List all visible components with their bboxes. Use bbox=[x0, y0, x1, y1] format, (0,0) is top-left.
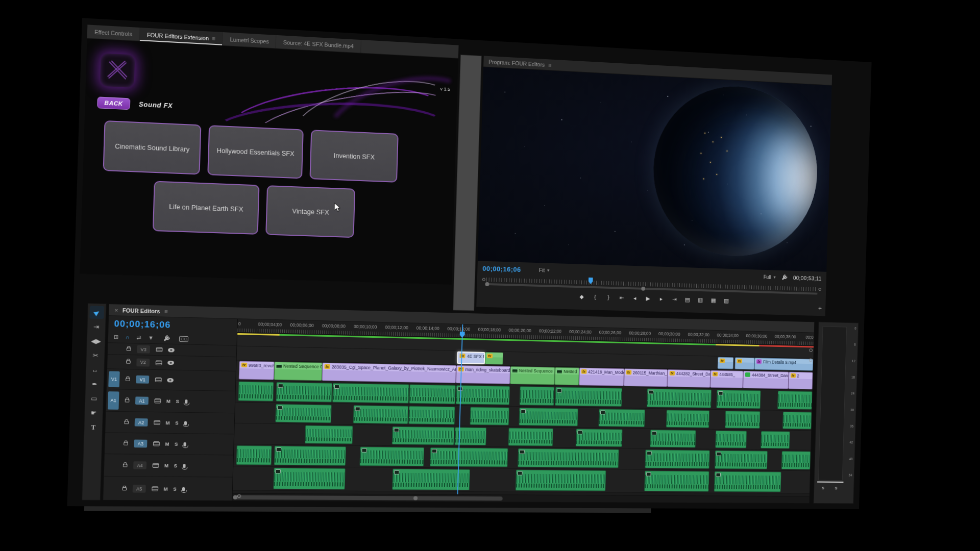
track-target-badge[interactable]: V1 bbox=[136, 375, 149, 384]
track-output-eye-icon[interactable] bbox=[167, 361, 174, 365]
sync-lock-icon[interactable] bbox=[153, 441, 160, 446]
sync-lock-icon[interactable] bbox=[154, 398, 161, 404]
audio-clip[interactable] bbox=[761, 431, 790, 449]
sfx-button-life-on-planet-earth-sfx[interactable]: Life on Planet Earth SFX bbox=[153, 181, 260, 234]
sync-lock-icon[interactable] bbox=[152, 486, 158, 491]
clip-nested-sequence[interactable]: Nested Sequence bbox=[510, 366, 555, 385]
audio-clip[interactable] bbox=[518, 448, 619, 468]
linked-selection-toggle[interactable]: ⇄ bbox=[136, 335, 141, 341]
track-lock-toggle[interactable] bbox=[118, 464, 132, 467]
track-target-badge[interactable]: V3 bbox=[137, 345, 150, 354]
track-target-a1[interactable]: A1 bbox=[134, 396, 151, 405]
pen-tool[interactable]: ✒ bbox=[87, 378, 102, 391]
audio-clip[interactable] bbox=[276, 382, 332, 403]
track-select-forward-tool[interactable]: ⇥ bbox=[89, 320, 104, 334]
clip-nested[interactable]: Nested bbox=[555, 367, 579, 386]
track-target-a3[interactable]: A3 bbox=[132, 440, 149, 448]
audio-clip[interactable] bbox=[519, 408, 578, 426]
sync-lock-icon[interactable] bbox=[154, 420, 160, 425]
track-lock-toggle[interactable] bbox=[120, 399, 134, 403]
timeline-tab-label[interactable]: FOUR Editors bbox=[122, 307, 160, 314]
clip-283035-cgi-space-planet-galaxy-by-piotrek-naumowicz-art[interactable]: fx283035_Cgi_Space_Planet_Galaxy_by_Piot… bbox=[322, 363, 456, 383]
track-lock-toggle[interactable] bbox=[121, 360, 135, 364]
solo-toggle[interactable]: S bbox=[176, 398, 179, 404]
audio-clip[interactable] bbox=[519, 386, 554, 406]
mute-toggle[interactable]: M bbox=[164, 486, 168, 491]
ripple-edit-tool[interactable]: ◀▶ bbox=[89, 335, 104, 348]
add-marker-button[interactable]: ▼ bbox=[148, 335, 154, 341]
track-row-a5[interactable] bbox=[233, 466, 810, 494]
solo-toggle[interactable]: S bbox=[174, 463, 178, 468]
comparison-view-button[interactable]: ▧ bbox=[723, 297, 729, 303]
track-target-a4[interactable]: A4 bbox=[132, 461, 149, 469]
source-patch-v1[interactable]: V1 bbox=[108, 371, 119, 387]
audio-clip[interactable] bbox=[275, 404, 331, 423]
insert-overwrite-sequence-toggle[interactable]: ⊞ bbox=[114, 335, 118, 340]
audio-clip[interactable] bbox=[409, 406, 455, 424]
track-lock-toggle[interactable] bbox=[120, 420, 133, 424]
mark-out-button[interactable]: } bbox=[605, 294, 611, 300]
scrollbar-handle[interactable] bbox=[233, 495, 502, 501]
audio-clip[interactable] bbox=[599, 409, 645, 427]
selection-tool[interactable]: ▶ bbox=[89, 306, 104, 319]
go-to-out-button[interactable]: ⇥ bbox=[671, 296, 677, 302]
clip-99583-revolv[interactable]: fx99583_revolv bbox=[238, 361, 275, 380]
audio-clip[interactable] bbox=[430, 447, 508, 467]
clip-260115-marthian-la[interactable]: fx260115_Marthian_la bbox=[624, 368, 668, 387]
clip-2[interactable]: fx2 bbox=[788, 372, 813, 390]
audio-clip[interactable] bbox=[456, 385, 510, 405]
audio-clip[interactable] bbox=[782, 412, 812, 430]
sync-lock-icon[interactable] bbox=[156, 360, 162, 365]
meter-solo-button[interactable]: S bbox=[822, 486, 824, 490]
snap-toggle[interactable]: ∩ bbox=[126, 335, 130, 340]
clip-film-details-9-mp4[interactable]: fxFilm Details 9.mp4 bbox=[754, 358, 814, 371]
audio-clip[interactable] bbox=[391, 427, 454, 445]
mark-in-button[interactable]: { bbox=[592, 294, 598, 299]
settings-wrench-icon[interactable] bbox=[781, 274, 788, 281]
voiceover-mic-icon[interactable] bbox=[183, 442, 186, 446]
audio-clip[interactable] bbox=[777, 391, 812, 410]
panel-menu-icon[interactable]: ≡ bbox=[164, 308, 168, 315]
track-lock-toggle[interactable] bbox=[121, 378, 134, 381]
sync-lock-icon[interactable] bbox=[155, 378, 162, 383]
audio-clip[interactable] bbox=[714, 471, 782, 492]
audio-clip[interactable] bbox=[650, 430, 696, 447]
track-output-eye-icon[interactable] bbox=[168, 347, 175, 352]
scrubber-right-handle[interactable] bbox=[818, 288, 821, 291]
type-tool[interactable]: T bbox=[86, 421, 101, 434]
solo-toggle[interactable]: S bbox=[175, 420, 179, 425]
track-lock-toggle[interactable] bbox=[122, 347, 135, 351]
sync-lock-icon[interactable] bbox=[156, 347, 162, 352]
source-patch-a1[interactable]: A1 bbox=[108, 391, 119, 410]
audio-clip[interactable] bbox=[666, 410, 710, 428]
back-button[interactable]: BACK bbox=[97, 96, 130, 110]
sync-lock-icon[interactable] bbox=[153, 463, 159, 468]
track-target-v2[interactable]: V2 bbox=[135, 358, 152, 366]
scrollbar-left-knob[interactable] bbox=[485, 282, 489, 286]
clip-unnamed[interactable]: fx bbox=[717, 357, 733, 369]
scrubber-left-handle[interactable] bbox=[482, 278, 485, 281]
audio-clip[interactable] bbox=[575, 429, 622, 447]
sfx-button-invention-sfx[interactable]: Invention SFX bbox=[309, 130, 398, 183]
tab-effect-controls[interactable]: Effect Controls bbox=[87, 24, 140, 41]
hand-tool[interactable]: ☛ bbox=[86, 407, 101, 419]
audio-clip[interactable] bbox=[353, 405, 409, 424]
track-target-badge[interactable]: A5 bbox=[133, 485, 146, 493]
track-target-badge[interactable]: A3 bbox=[134, 440, 147, 448]
audio-clip[interactable] bbox=[647, 389, 712, 408]
track-target-v1[interactable]: V1 bbox=[134, 375, 151, 384]
razor-tool[interactable]: ✂ bbox=[88, 349, 103, 362]
close-icon[interactable]: × bbox=[114, 307, 118, 313]
audio-clip[interactable] bbox=[715, 450, 768, 469]
closed-captions-button[interactable]: CC bbox=[179, 336, 189, 342]
voiceover-mic-icon[interactable] bbox=[184, 421, 187, 425]
voiceover-mic-icon[interactable] bbox=[182, 487, 185, 491]
solo-toggle[interactable]: S bbox=[173, 486, 177, 491]
audio-clip[interactable] bbox=[274, 446, 346, 466]
go-to-in-button[interactable]: ⇤ bbox=[619, 295, 625, 300]
meter-solo-button[interactable]: S bbox=[835, 486, 838, 491]
audio-clip[interactable] bbox=[238, 382, 274, 402]
mute-toggle[interactable]: M bbox=[166, 420, 170, 425]
clip-444282-street-dance[interactable]: fx444282_Street_Dance bbox=[667, 369, 710, 388]
track-target-badge[interactable]: A2 bbox=[135, 418, 148, 427]
